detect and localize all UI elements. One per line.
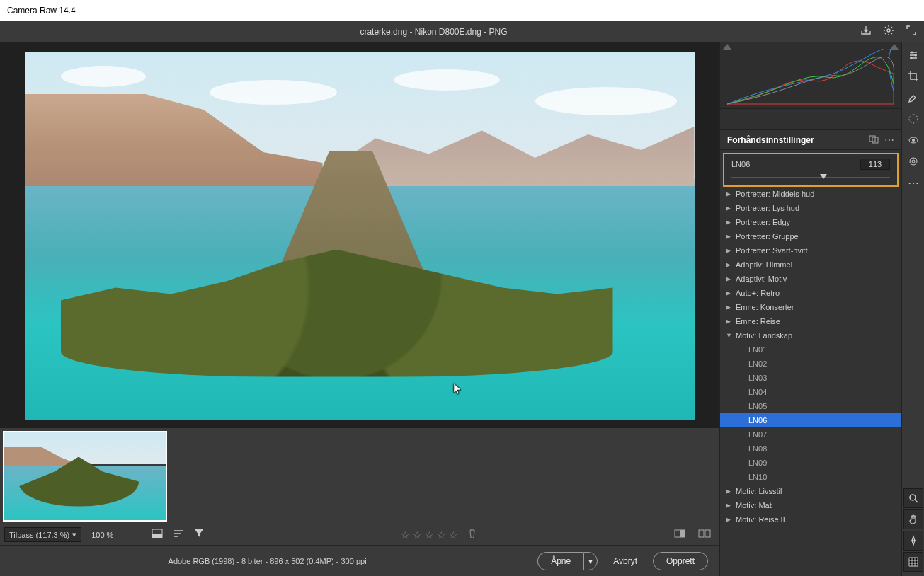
output-settings-link[interactable]: Adobe RGB (1998) - 8 biter - 896 x 502 (…	[11, 557, 523, 565]
preset-group[interactable]: ▶Motiv: Reise II	[720, 512, 901, 526]
preset-group[interactable]: ▶Motiv: Livsstil	[720, 484, 901, 498]
trash-icon[interactable]	[468, 529, 477, 541]
preset-group[interactable]: ▶Emne: Konserter	[720, 300, 901, 314]
histogram[interactable]	[720, 42, 901, 109]
filter-icon[interactable]	[191, 529, 207, 541]
panel-menu-icon[interactable]: ⋯	[884, 134, 894, 146]
triangle-down-icon: ▼	[726, 332, 733, 339]
preset-group[interactable]: ▶Portretter: Edgy	[720, 215, 901, 229]
triangle-right-icon: ▶	[726, 488, 733, 495]
preset-group-label: Adaptiv: Himmel	[736, 260, 792, 269]
svg-point-15	[910, 158, 917, 165]
preset-group[interactable]: ▶Auto+: Retro	[720, 286, 901, 300]
svg-point-14	[912, 139, 915, 142]
preset-item[interactable]: LN02	[720, 357, 901, 371]
preset-name-label: LN06	[731, 160, 750, 168]
compare-icon[interactable]	[694, 529, 715, 541]
hand-tool[interactable]	[903, 509, 923, 529]
preset-amount-input[interactable]	[860, 159, 890, 170]
edit-tool[interactable]	[903, 45, 923, 65]
presets-tool[interactable]	[903, 151, 923, 171]
preset-group[interactable]: ▶Adaptiv: Himmel	[720, 258, 901, 272]
svg-rect-4	[680, 530, 685, 537]
thumbnail[interactable]	[3, 431, 167, 522]
export-icon[interactable]	[860, 25, 872, 39]
preset-item[interactable]: LN03	[720, 371, 901, 385]
metadata-strip	[720, 109, 901, 130]
settings-icon[interactable]	[883, 25, 894, 39]
new-preset-icon[interactable]	[869, 134, 879, 146]
preset-item[interactable]: LN08	[720, 442, 901, 456]
triangle-right-icon: ▶	[726, 516, 733, 523]
zoom-tool[interactable]	[903, 488, 923, 508]
preset-group-label: Portretter: Middels hud	[736, 190, 814, 198]
preset-item[interactable]: LN06	[720, 413, 901, 427]
preset-item[interactable]: LN05	[720, 399, 901, 413]
open-dropdown-button[interactable]: ▾	[583, 552, 598, 570]
grid-tool[interactable]	[903, 552, 923, 572]
svg-point-17	[910, 495, 916, 500]
preset-group[interactable]: ▶Motiv: Mat	[720, 498, 901, 512]
svg-point-10	[914, 54, 916, 57]
triangle-right-icon: ▶	[726, 502, 733, 509]
mask-tool[interactable]	[903, 109, 923, 129]
preset-item[interactable]: LN09	[720, 456, 901, 470]
more-tool[interactable]: ⋯	[903, 173, 923, 192]
preset-group-label: Portretter: Svart-hvitt	[736, 246, 807, 255]
preset-group[interactable]: ▶Portretter: Svart-hvitt	[720, 243, 901, 258]
preset-item[interactable]: LN01	[720, 342, 901, 357]
svg-rect-6	[705, 530, 710, 537]
view-bar: Tilpass (117.3 %) ▾ 100 % ☆ ☆	[0, 524, 719, 545]
right-column: Forhåndsinnstillinger ⋯ LN06	[719, 42, 924, 576]
filmstrip	[0, 428, 719, 524]
preset-group-label: Motiv: Landskap	[736, 331, 792, 340]
triangle-right-icon: ▶	[726, 233, 733, 240]
preset-amount-slider[interactable]	[731, 174, 890, 181]
image-preview[interactable]	[25, 52, 695, 420]
app-root: craterke.dng - Nikon D800E.dng - PNG	[0, 21, 924, 576]
preset-item[interactable]: LN04	[720, 385, 901, 399]
sort-icon[interactable]	[170, 529, 187, 541]
preset-group[interactable]: ▶Emne: Reise	[720, 314, 901, 328]
preset-group-label: Emne: Konserter	[736, 303, 794, 311]
document-title: craterke.dng - Nikon D800E.dng - PNG	[7, 27, 860, 37]
preset-amount-box: LN06	[723, 153, 899, 187]
svg-rect-5	[699, 530, 704, 537]
preset-group[interactable]: ▶Portretter: Gruppe	[720, 229, 901, 243]
preset-group-label: Motiv: Livsstil	[736, 487, 782, 495]
grid-view-icon[interactable]	[149, 529, 166, 541]
preset-group[interactable]: ▶Adaptivt: Motiv	[720, 272, 901, 286]
zoom-100-button[interactable]: 100 %	[86, 529, 119, 541]
preset-item[interactable]: LN10	[720, 470, 901, 484]
preset-list[interactable]: ▶Portretter: Middels hud▶Portretter: Lys…	[720, 187, 901, 576]
star-3[interactable]: ☆	[425, 529, 434, 541]
presets-panel-header: Forhåndsinnstillinger ⋯	[720, 130, 901, 150]
star-1[interactable]: ☆	[401, 529, 410, 541]
crop-tool[interactable]	[903, 67, 923, 86]
preset-group[interactable]: ▶Portretter: Middels hud	[720, 187, 901, 201]
fullscreen-icon[interactable]	[906, 25, 917, 39]
star-rating[interactable]: ☆ ☆ ☆ ☆ ☆	[401, 529, 458, 541]
zoom-fit-select[interactable]: Tilpass (117.3 %) ▾	[4, 527, 81, 542]
star-4[interactable]: ☆	[437, 529, 446, 541]
redeye-tool[interactable]	[903, 130, 923, 150]
cancel-button[interactable]: Avbryt	[606, 553, 644, 570]
panel-title: Forhåndsinnstillinger	[727, 135, 863, 145]
star-5[interactable]: ☆	[449, 529, 458, 541]
preset-item[interactable]: LN07	[720, 427, 901, 442]
before-after-icon[interactable]	[670, 529, 690, 541]
triangle-right-icon: ▶	[726, 261, 733, 268]
svg-point-11	[910, 57, 912, 59]
preset-group[interactable]: ▶Portretter: Lys hud	[720, 201, 901, 215]
body: Tilpass (117.3 %) ▾ 100 % ☆ ☆	[0, 42, 924, 576]
tool-column: ⋯	[901, 42, 924, 576]
open-button[interactable]: Åpne	[537, 552, 583, 570]
create-button[interactable]: Opprett	[653, 552, 708, 570]
star-2[interactable]: ☆	[413, 529, 422, 541]
heal-tool[interactable]	[903, 88, 923, 108]
triangle-right-icon: ▶	[726, 318, 733, 325]
sampler-tool[interactable]	[903, 531, 923, 551]
triangle-right-icon: ▶	[726, 219, 733, 226]
preset-group-label: Adaptivt: Motiv	[736, 275, 787, 283]
preset-group[interactable]: ▼Motiv: Landskap	[720, 328, 901, 342]
